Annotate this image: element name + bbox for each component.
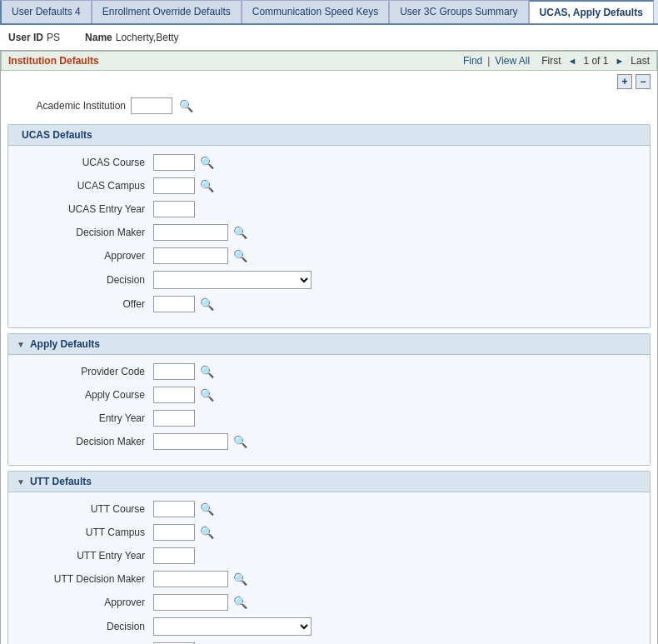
utt-approver-search-button[interactable]: 🔍 bbox=[232, 596, 249, 609]
ucas-approver-label: Approver bbox=[17, 250, 150, 262]
utt-decision-maker-row: UTT Decision Maker 🔍 bbox=[17, 571, 641, 587]
ucas-offer-input[interactable] bbox=[153, 296, 195, 312]
ucas-section-body: UCAS Course 🔍 UCAS Campus 🔍 UCAS Entry Y… bbox=[8, 146, 650, 327]
view-all-link[interactable]: View All bbox=[495, 55, 530, 67]
ucas-section-header[interactable]: UCAS Defaults bbox=[8, 125, 650, 146]
utt-decision-maker-search-button[interactable]: 🔍 bbox=[232, 572, 249, 586]
utt-toggle-icon: ▼ bbox=[17, 477, 25, 487]
apply-section-body: Provider Code 🔍 Apply Course 🔍 Entry Yea… bbox=[8, 355, 650, 465]
ucas-offer-search-button[interactable]: 🔍 bbox=[198, 297, 216, 311]
nav-arrows: ◄ bbox=[566, 55, 579, 67]
tab-bar: User Defaults 4 Enrollment Override Defa… bbox=[0, 0, 658, 25]
apply-decision-maker-input[interactable] bbox=[153, 433, 228, 450]
ucas-campus-row: UCAS Campus 🔍 bbox=[17, 177, 641, 194]
ucas-entry-year-input[interactable] bbox=[153, 201, 195, 217]
apply-section: ▼ Apply Defaults Provider Code 🔍 Apply C… bbox=[7, 333, 651, 466]
tab-ucas-apply[interactable]: UCAS, Apply Defaults bbox=[529, 0, 654, 23]
ucas-course-label: UCAS Course bbox=[17, 157, 150, 168]
prev-button[interactable]: ◄ bbox=[566, 55, 579, 67]
utt-campus-row: UTT Campus 🔍 bbox=[17, 524, 641, 541]
institution-title: Institution Defaults bbox=[8, 55, 99, 67]
ucas-course-input[interactable] bbox=[153, 154, 195, 171]
provider-code-label: Provider Code bbox=[17, 366, 150, 377]
apply-entry-year-input[interactable] bbox=[153, 410, 195, 427]
ucas-section: UCAS Defaults UCAS Course 🔍 UCAS Campus … bbox=[7, 124, 651, 328]
find-link[interactable]: Find bbox=[463, 55, 482, 67]
tab-user-defaults[interactable]: User Defaults 4 bbox=[0, 0, 92, 23]
apply-course-input[interactable] bbox=[153, 387, 195, 403]
provider-code-search-button[interactable]: 🔍 bbox=[198, 365, 216, 378]
apply-course-label: Apply Course bbox=[17, 389, 150, 401]
acad-institution-label: Academic Institution bbox=[9, 100, 126, 112]
utt-approver-label: Approver bbox=[17, 597, 150, 608]
ucas-decision-maker-label: Decision Maker bbox=[17, 227, 150, 238]
ucas-offer-row: Offer 🔍 bbox=[17, 296, 641, 312]
ucas-approver-input[interactable] bbox=[153, 247, 228, 264]
tab-user-3c-groups[interactable]: User 3C Groups Summary bbox=[389, 0, 528, 23]
apply-section-title: Apply Defaults bbox=[30, 338, 100, 350]
ucas-entry-year-row: UCAS Entry Year bbox=[17, 201, 641, 217]
add-remove-row: + − bbox=[1, 71, 657, 92]
provider-code-input[interactable] bbox=[153, 363, 195, 380]
utt-course-input[interactable] bbox=[153, 501, 195, 517]
user-id-label: User ID bbox=[8, 32, 43, 43]
last-label: Last bbox=[631, 55, 650, 67]
utt-campus-input[interactable] bbox=[153, 524, 195, 541]
utt-decision-row: Decision bbox=[17, 617, 641, 636]
tab-comm-speed-keys[interactable]: Communication Speed Keys bbox=[242, 0, 389, 23]
utt-decision-select[interactable] bbox=[153, 617, 312, 636]
acad-institution-input[interactable] bbox=[131, 97, 172, 114]
institution-nav: Find | View All First ◄ 1 of 1 ► Last bbox=[463, 55, 650, 67]
first-label: First bbox=[541, 55, 561, 67]
utt-course-row: UTT Course 🔍 bbox=[17, 501, 641, 517]
utt-entry-year-input[interactable] bbox=[153, 547, 195, 564]
apply-course-search-button[interactable]: 🔍 bbox=[198, 388, 216, 402]
utt-section: ▼ UTT Defaults UTT Course 🔍 UTT Campus 🔍… bbox=[7, 471, 651, 644]
ucas-campus-search-button[interactable]: 🔍 bbox=[198, 179, 216, 192]
ucas-approver-row: Approver 🔍 bbox=[17, 247, 641, 264]
academic-institution-row: Academic Institution 🔍 bbox=[1, 92, 657, 119]
ucas-decision-maker-input[interactable] bbox=[153, 224, 228, 241]
ucas-decision-row: Decision bbox=[17, 271, 641, 289]
page-info: 1 of 1 bbox=[583, 55, 608, 67]
utt-decision-maker-label: UTT Decision Maker bbox=[17, 573, 150, 585]
ucas-decision-maker-search-button[interactable]: 🔍 bbox=[232, 226, 249, 239]
ucas-entry-year-label: UCAS Entry Year bbox=[17, 203, 150, 215]
utt-campus-search-button[interactable]: 🔍 bbox=[198, 526, 216, 539]
utt-entry-year-row: UTT Entry Year bbox=[17, 547, 641, 564]
ucas-decision-label: Decision bbox=[17, 274, 150, 286]
ucas-campus-input[interactable] bbox=[153, 177, 195, 194]
utt-section-title: UTT Defaults bbox=[30, 476, 92, 487]
utt-course-search-button[interactable]: 🔍 bbox=[198, 502, 216, 516]
provider-code-row: Provider Code 🔍 bbox=[17, 363, 641, 380]
next-button[interactable]: ► bbox=[613, 55, 626, 67]
ucas-course-search-button[interactable]: 🔍 bbox=[198, 156, 216, 169]
remove-row-button[interactable]: − bbox=[636, 74, 651, 89]
apply-section-header[interactable]: ▼ Apply Defaults bbox=[8, 334, 650, 355]
utt-decision-maker-input[interactable] bbox=[153, 571, 228, 587]
tab-enrollment-override[interactable]: Enrollment Override Defaults bbox=[92, 0, 242, 23]
ucas-section-title: UCAS Defaults bbox=[22, 129, 92, 141]
utt-decision-label: Decision bbox=[17, 621, 150, 632]
apply-entry-year-row: Entry Year bbox=[17, 410, 641, 427]
apply-decision-maker-search-button[interactable]: 🔍 bbox=[232, 435, 249, 448]
utt-entry-year-label: UTT Entry Year bbox=[17, 550, 150, 562]
utt-course-label: UTT Course bbox=[17, 503, 150, 515]
ucas-decision-maker-row: Decision Maker 🔍 bbox=[17, 224, 641, 241]
utt-approver-input[interactable] bbox=[153, 594, 228, 611]
ucas-course-row: UCAS Course 🔍 bbox=[17, 154, 641, 171]
apply-decision-maker-row: Decision Maker 🔍 bbox=[17, 433, 641, 450]
apply-entry-year-label: Entry Year bbox=[17, 412, 150, 424]
apply-decision-maker-label: Decision Maker bbox=[17, 436, 150, 447]
add-row-button[interactable]: + bbox=[617, 74, 632, 89]
ucas-decision-select[interactable] bbox=[153, 271, 312, 289]
ucas-approver-search-button[interactable]: 🔍 bbox=[232, 249, 249, 262]
name-label: Name bbox=[85, 32, 112, 43]
utt-section-header[interactable]: ▼ UTT Defaults bbox=[8, 472, 650, 492]
acad-institution-search-button[interactable]: 🔍 bbox=[177, 99, 195, 112]
utt-section-body: UTT Course 🔍 UTT Campus 🔍 UTT Entry Year… bbox=[8, 492, 650, 644]
ucas-campus-label: UCAS Campus bbox=[17, 180, 150, 192]
apply-toggle-icon: ▼ bbox=[17, 340, 25, 349]
user-id-value: PS bbox=[47, 32, 60, 43]
institution-bar: Institution Defaults Find | View All Fir… bbox=[1, 51, 657, 71]
